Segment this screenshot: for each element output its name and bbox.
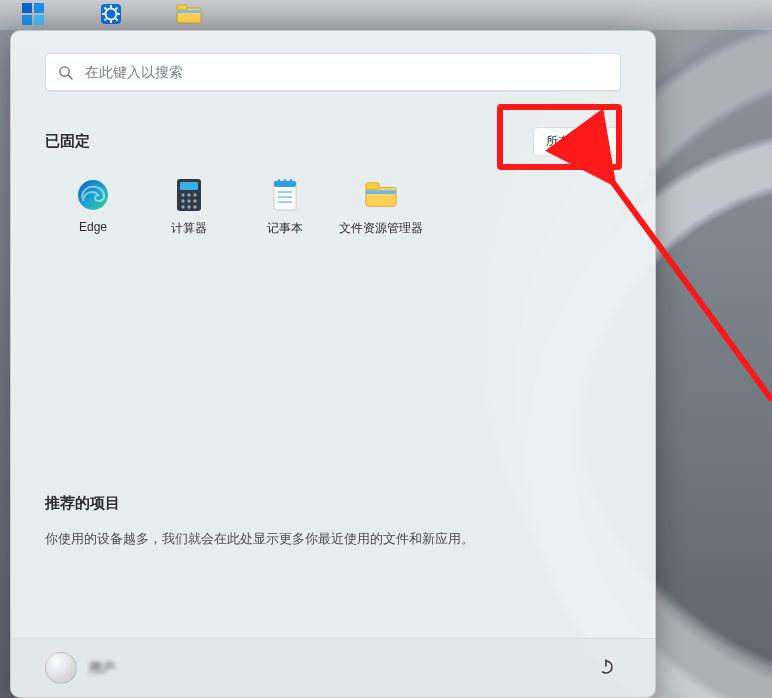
user-name: 用户: [89, 659, 115, 677]
svg-point-25: [181, 199, 184, 202]
power-icon: [597, 657, 615, 679]
search-icon: [58, 65, 73, 80]
svg-rect-2: [22, 15, 32, 25]
power-button[interactable]: [591, 653, 621, 683]
start-menu: 已固定 所有应用: [10, 30, 656, 698]
svg-rect-21: [180, 182, 198, 190]
recommended-title: 推荐的项目: [45, 494, 621, 513]
all-apps-label: 所有应用: [546, 133, 594, 150]
avatar: [45, 652, 77, 684]
svg-rect-3: [34, 15, 44, 25]
svg-point-30: [193, 205, 196, 208]
svg-line-18: [68, 75, 72, 79]
svg-point-24: [193, 193, 196, 196]
svg-rect-39: [366, 187, 396, 206]
taskbar-start-icon[interactable]: [12, 0, 54, 28]
recommended-section: 推荐的项目 你使用的设备越多，我们就会在此处显示更多你最近使用的文件和新应用。: [45, 494, 621, 638]
svg-rect-41: [366, 190, 396, 194]
svg-rect-15: [177, 5, 187, 10]
svg-point-22: [181, 193, 184, 196]
svg-rect-1: [34, 3, 44, 13]
taskbar-explorer-icon[interactable]: [168, 0, 210, 28]
pinned-app-calculator[interactable]: 计算器: [141, 178, 237, 237]
chevron-right-icon: [602, 135, 610, 149]
recommended-subtitle: 你使用的设备越多，我们就会在此处显示更多你最近使用的文件和新应用。: [45, 531, 621, 548]
svg-rect-35: [290, 179, 292, 184]
calculator-icon: [172, 178, 206, 212]
pinned-app-file-explorer[interactable]: 文件资源管理器: [333, 178, 429, 237]
svg-point-29: [187, 205, 190, 208]
pinned-title: 已固定: [45, 132, 90, 151]
pinned-app-label: 计算器: [171, 220, 207, 237]
pinned-app-edge[interactable]: Edge: [45, 178, 141, 237]
svg-point-28: [181, 205, 184, 208]
svg-point-23: [187, 193, 190, 196]
pinned-app-label: Edge: [79, 220, 107, 234]
user-account-button[interactable]: 用户: [45, 652, 115, 684]
search-box[interactable]: [45, 53, 621, 91]
pinned-app-label: 文件资源管理器: [339, 220, 423, 237]
svg-rect-40: [366, 183, 379, 190]
edge-icon: [76, 178, 110, 212]
file-explorer-icon: [364, 178, 398, 212]
start-footer: 用户: [11, 638, 655, 697]
svg-rect-0: [22, 3, 32, 13]
pinned-app-notepad[interactable]: 记事本: [237, 178, 333, 237]
pinned-grid: Edge 计算器: [45, 178, 621, 237]
all-apps-button[interactable]: 所有应用: [533, 127, 621, 156]
pinned-app-label: 记事本: [267, 220, 303, 237]
taskbar-settings-icon[interactable]: [90, 0, 132, 28]
svg-rect-33: [278, 179, 280, 184]
svg-point-26: [187, 199, 190, 202]
svg-rect-34: [284, 179, 286, 184]
search-input[interactable]: [83, 63, 608, 81]
svg-point-27: [193, 199, 196, 202]
notepad-icon: [268, 178, 302, 212]
svg-rect-16: [177, 10, 201, 13]
